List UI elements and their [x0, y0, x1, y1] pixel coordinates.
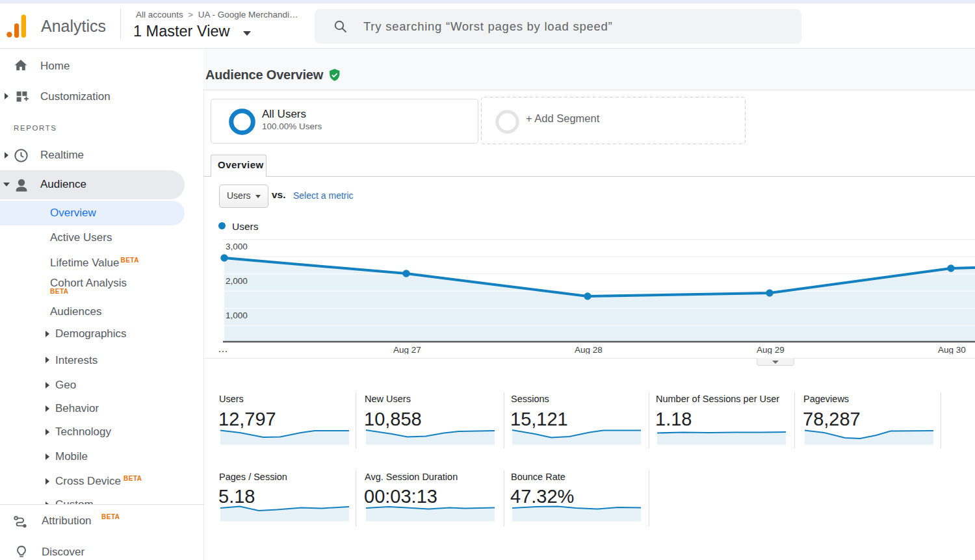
svg-text:Aug 28: Aug 28: [575, 345, 603, 354]
svg-text:Aug 27: Aug 27: [393, 345, 421, 354]
svg-text:1,000: 1,000: [226, 311, 248, 320]
svg-text:…: …: [218, 343, 228, 354]
svg-text:3,000: 3,000: [226, 242, 248, 251]
svg-text:2,000: 2,000: [226, 276, 248, 286]
svg-text:Aug 29: Aug 29: [757, 345, 785, 354]
svg-text:Aug 30: Aug 30: [938, 345, 966, 354]
